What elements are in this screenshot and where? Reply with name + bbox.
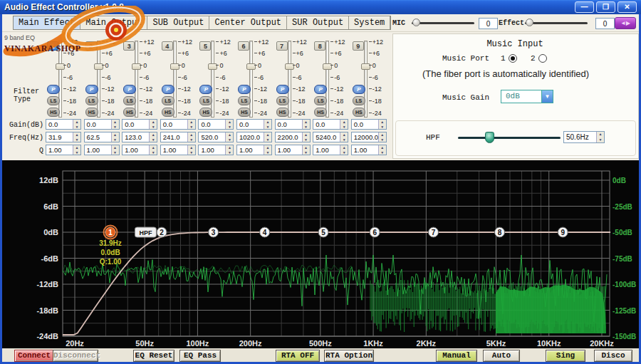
y-axis-right-label: -50dB [613,229,632,236]
tab-center-output[interactable]: Center Output [209,16,287,29]
tab-bar: Main EffectMain OutputSUB OutputCenter O… [13,16,391,30]
window-title: Audio Effect Controller v1.0.8 [0,2,124,12]
rta-solid-band [496,285,606,333]
marker-number: 8 [498,229,502,236]
maximize-button[interactable]: ❐ [596,1,615,13]
y-axis-right-label: -125dB [613,307,636,315]
y-axis-left-label: -18dB [36,306,58,315]
tab-sub-output[interactable]: SUB Output [147,16,209,29]
x-axis-label: 20KHz [590,339,614,348]
x-axis-label: 200Hz [239,339,262,348]
x-axis-label: 50Hz [135,339,154,348]
x-axis-label: 1KHz [363,339,383,348]
titlebar: Audio Effect Controller v1.0.8 — ❐ ✕ [0,0,641,14]
tab-system[interactable]: System [349,16,390,29]
x-axis-label: 100Hz [187,339,209,348]
marker-annotation: Q:1.00 [100,258,122,266]
marker-number: 6 [372,229,377,236]
app-window: Audio Effect Controller v1.0.8 — ❐ ✕ Mai… [0,0,641,364]
tab-main-output[interactable]: Main Output [80,16,147,29]
tab-sur-output[interactable]: SUR Output [287,16,349,29]
marker-number: 3 [212,229,216,236]
minimize-button[interactable]: — [575,1,594,13]
y-axis-right-label: -100dB [613,281,636,288]
close-button[interactable]: ✕ [617,1,637,13]
window-controls: — ❐ ✕ [575,1,637,13]
hpf-marker-label: HPF [139,229,152,236]
marker-number: 5 [321,229,325,236]
y-axis-right-label: -75dB [613,255,632,263]
tab-main-effect[interactable]: Main Effect [14,16,80,29]
y-axis-right-label: -25dB [613,203,632,211]
y-axis-left-label: -12dB [36,280,58,288]
y-axis-right-label: -150dB [613,333,636,340]
marker-number: 2 [160,229,164,236]
x-axis-label: 500Hz [309,339,332,348]
frame-left [0,14,2,364]
spectrum-graph: 12dB6dB0dB-6dB-12dB-18dB-24dB0dB-25dB-50… [0,0,641,364]
marker-annotation: 0.0dB [100,249,120,256]
y-axis-right-label: 0dB [613,177,626,184]
marker-number: 7 [432,229,436,236]
x-axis-label: 20Hz [66,339,84,348]
watermark-text: VINAKARA SHOP [4,43,81,54]
marker-number: 4 [263,229,267,236]
y-axis-left-label: 6dB [43,202,58,211]
marker-number: 1 [108,229,113,236]
y-axis-left-label: -6dB [41,254,59,263]
y-axis-left-label: 0dB [43,228,58,236]
y-axis-left-label: 12dB [39,176,58,184]
marker-annotation: 31.9Hz [99,239,122,247]
x-axis-label: 2KHz [417,339,437,348]
x-axis-label: 5KHz [486,339,506,348]
y-axis-left-label: -24dB [36,332,58,340]
x-axis-label: 10KHz [537,339,561,348]
marker-number: 9 [561,229,565,236]
